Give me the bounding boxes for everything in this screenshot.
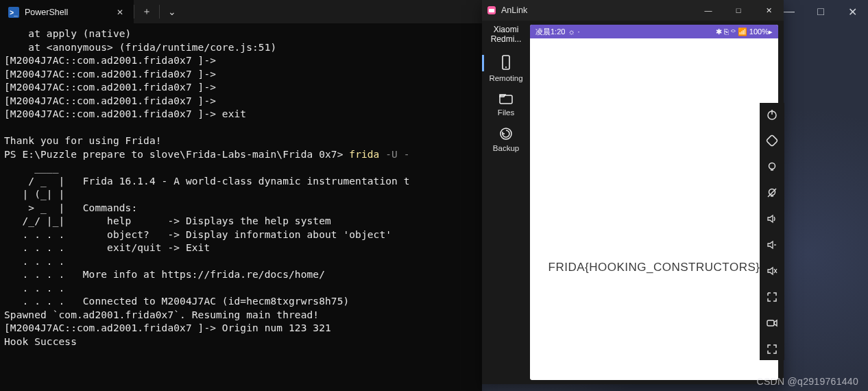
- terminal-line: Thank you for using Frida!: [4, 135, 162, 146]
- terminal-line: at <anonymous> (frida/runtime/core.js:51…: [4, 42, 276, 53]
- svg-rect-1: [489, 9, 494, 12]
- powershell-window: >_ PowerShell ✕ ＋ ⌄ at apply (native) at…: [0, 0, 482, 391]
- terminal-line: . . . . exit/quit -> Exit: [4, 242, 210, 253]
- watermark: CSDN @q2919761440: [756, 376, 858, 387]
- phone-icon: [498, 54, 514, 72]
- bulb-off-button[interactable]: [760, 181, 784, 204]
- svg-point-3: [505, 67, 507, 68]
- sidebar-item-label: Files: [498, 108, 514, 117]
- flag-text: FRIDA{HOOKING_CONSTRUCTORS}: [530, 260, 778, 275]
- fullscreen-button[interactable]: [760, 337, 784, 360]
- anlink-window: AnLink — □ ✕ Xiaomi Redmi... Remoting Fi…: [482, 0, 784, 384]
- sidebar-item-backup[interactable]: Backup: [482, 121, 530, 156]
- svg-rect-17: [767, 320, 774, 326]
- phone-mirror[interactable]: 凌晨1:20 ☼ · ✱ ⎘ ⌔ 📶 100%▸ FRIDA{HOOKING_C…: [530, 25, 778, 380]
- terminal-line: Hook Success: [4, 336, 77, 347]
- sidebar-item-files[interactable]: Files: [482, 86, 530, 121]
- host-maximize-button[interactable]: □: [805, 0, 836, 23]
- refresh-icon: [498, 126, 514, 142]
- terminal-line: [M2004J7AC::com.ad2001.frida0x7 ]->: [4, 55, 216, 66]
- tab-close-button[interactable]: ✕: [114, 8, 125, 17]
- status-weather-icon: ☼: [568, 27, 575, 36]
- tab-dropdown-button[interactable]: ⌄: [160, 0, 184, 23]
- anlink-minimize-button[interactable]: —: [693, 0, 723, 21]
- device-vendor: Xiaomi: [491, 25, 522, 34]
- folder-icon: [498, 91, 514, 106]
- terminal-line: / _ | Frida 16.1.4 - A world-class dynam…: [4, 176, 410, 187]
- anlink-title: AnLink: [501, 5, 527, 15]
- sidebar-item-label: Remoting: [489, 74, 522, 82]
- anlink-titlebar[interactable]: AnLink — □ ✕: [482, 0, 784, 21]
- terminal-line: [M2004J7AC::com.ad2001.frida0x7 ]->: [4, 82, 216, 93]
- anlink-maximize-button[interactable]: □: [723, 0, 754, 21]
- powershell-tab[interactable]: >_ PowerShell ✕: [0, 0, 134, 23]
- mute-button[interactable]: [760, 259, 784, 282]
- new-tab-button[interactable]: ＋: [134, 0, 159, 23]
- svg-rect-8: [767, 134, 778, 146]
- terminal-output[interactable]: at apply (native) at <anonymous> (frida/…: [0, 23, 482, 348]
- rotate-button[interactable]: [760, 129, 784, 152]
- svg-point-9: [769, 163, 775, 169]
- terminal-cmd: frida: [349, 149, 385, 160]
- terminal-line: . . . .: [4, 256, 64, 267]
- crop-button[interactable]: [760, 285, 784, 308]
- terminal-line: [M2004J7AC::com.ad2001.frida0x7 ]->: [4, 69, 216, 80]
- terminal-line: [M2004J7AC::com.ad2001.frida0x7 ]-> Orig…: [4, 322, 331, 333]
- anlink-sidebar: Xiaomi Redmi... Remoting Files Backup: [482, 21, 530, 384]
- terminal-line: [M2004J7AC::com.ad2001.frida0x7 ]-> exit: [4, 108, 246, 119]
- status-icons: ✱ ⎘ ⌔ 📶 100%▸: [716, 27, 773, 36]
- terminal-line: . . . . object? -> Display information a…: [4, 229, 391, 240]
- terminal-line: > _ | Commands:: [4, 202, 137, 213]
- device-model: Redmi...: [491, 34, 522, 44]
- terminal-line: [M2004J7AC::com.ad2001.frida0x7 ]->: [4, 95, 216, 106]
- record-button[interactable]: [760, 311, 784, 334]
- sidebar-item-remoting[interactable]: Remoting: [482, 49, 530, 86]
- anlink-toolbar: [760, 103, 784, 360]
- anlink-icon: [482, 5, 501, 15]
- volume-up-button[interactable]: [760, 207, 784, 230]
- powershell-titlebar[interactable]: >_ PowerShell ✕ ＋ ⌄: [0, 0, 482, 23]
- anlink-close-button[interactable]: ✕: [754, 0, 784, 21]
- terminal-line: . . . .: [4, 283, 64, 294]
- terminal-line: | (_| |: [4, 189, 64, 200]
- power-button[interactable]: [760, 103, 784, 126]
- terminal-line: ____: [4, 162, 58, 173]
- terminal-arg: -U -: [385, 149, 409, 160]
- status-dot-icon: ·: [578, 27, 580, 36]
- device-label: Xiaomi Redmi...: [491, 21, 522, 49]
- terminal-line: . . . . More info at https://frida.re/do…: [4, 269, 325, 280]
- terminal-line: /_/ |_| help -> Displays the help system: [4, 215, 331, 226]
- volume-down-button[interactable]: [760, 233, 784, 256]
- sidebar-item-label: Backup: [493, 144, 519, 152]
- terminal-line: . . . . Connected to M2004J7AC (id=hecm8…: [4, 296, 349, 307]
- phone-status-bar: 凌晨1:20 ☼ · ✱ ⎘ ⌔ 📶 100%▸: [530, 25, 778, 38]
- phone-screen-content: FRIDA{HOOKING_CONSTRUCTORS}: [530, 38, 778, 380]
- terminal-line: Spawned `com.ad2001.frida0x7`. Resuming …: [4, 309, 319, 320]
- terminal-line: at apply (native): [4, 28, 131, 39]
- powershell-icon: >_: [8, 7, 19, 18]
- powershell-tab-label: PowerShell: [25, 8, 68, 17]
- terminal-line: PS E:\Puzzle prepare to slove\Frida-Labs…: [4, 149, 349, 160]
- host-close-button[interactable]: ✕: [836, 0, 868, 23]
- status-time: 凌晨1:20: [535, 27, 565, 37]
- bulb-button[interactable]: [760, 155, 784, 178]
